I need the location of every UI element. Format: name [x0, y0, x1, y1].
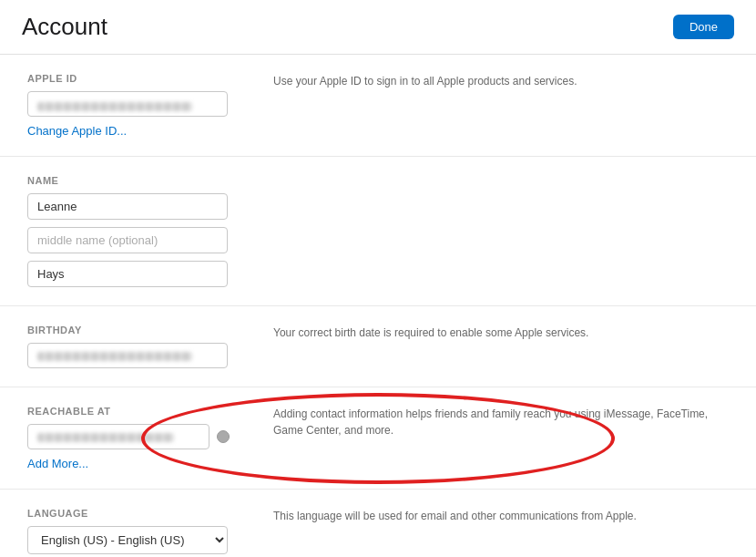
birthday-section: BIRTHDAY Your correct birth date is requ… [0, 306, 756, 387]
reachable-toggle[interactable] [217, 430, 230, 443]
birthday-field[interactable] [27, 343, 228, 368]
language-section: LANGUAGE English (US) - English (US) Eng… [0, 490, 756, 557]
last-name-input[interactable] [27, 261, 228, 287]
reachable-left: REACHABLE AT Add More... [27, 406, 255, 470]
language-left: LANGUAGE English (US) - English (US) Eng… [27, 508, 255, 554]
reachable-description: Adding contact information helps friends… [255, 406, 729, 470]
account-page: Account Done APPLE ID Change Apple ID...… [0, 0, 756, 557]
reachable-label: REACHABLE AT [27, 406, 255, 417]
language-label: LANGUAGE [27, 508, 255, 519]
birthday-label: BIRTHDAY [27, 325, 255, 335]
language-select[interactable]: English (US) - English (US) English (UK)… [27, 526, 228, 554]
main-content: APPLE ID Change Apple ID... Use your App… [0, 55, 756, 557]
name-description [255, 175, 729, 287]
apple-id-left: APPLE ID Change Apple ID... [27, 73, 255, 138]
name-left: NAME [27, 175, 255, 287]
page-title: Account [22, 13, 107, 41]
middle-name-input[interactable] [27, 227, 228, 253]
name-section: NAME [0, 157, 756, 306]
header: Account Done [0, 0, 756, 55]
birthday-description: Your correct birth date is required to e… [255, 325, 729, 368]
birthday-blurred [37, 352, 192, 361]
add-more-link[interactable]: Add More... [27, 457, 88, 470]
first-name-input[interactable] [27, 193, 228, 220]
done-button[interactable]: Done [673, 15, 734, 39]
reachable-blurred [37, 433, 174, 442]
language-description: This language will be used for email and… [255, 508, 729, 554]
apple-id-section: APPLE ID Change Apple ID... Use your App… [0, 55, 756, 157]
apple-id-label: APPLE ID [27, 73, 255, 84]
apple-id-blurred [37, 102, 192, 111]
change-apple-id-link[interactable]: Change Apple ID... [27, 124, 127, 138]
reachable-field-row [27, 424, 255, 449]
apple-id-description: Use your Apple ID to sign in to all Appl… [255, 73, 729, 138]
birthday-left: BIRTHDAY [27, 325, 255, 368]
reachable-input[interactable] [27, 424, 209, 449]
name-label: NAME [27, 175, 255, 186]
reachable-section: REACHABLE AT Add More... Adding contact … [0, 387, 756, 490]
apple-id-value [27, 91, 228, 117]
